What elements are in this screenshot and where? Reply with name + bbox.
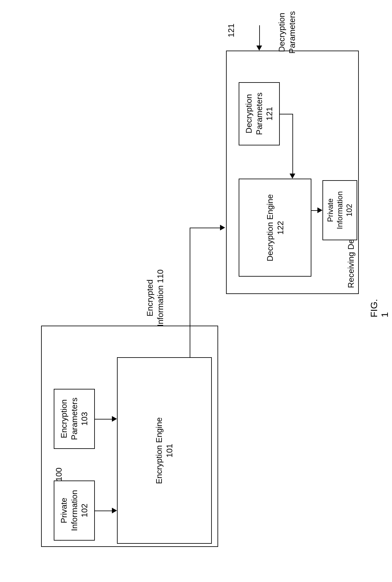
arrow-encrypted-info-h: [190, 228, 220, 228]
arrow-ep-to-engine: [95, 419, 112, 420]
arrow-dp-to-de-h: [280, 114, 292, 114]
arrow-de-to-pi-head: [317, 207, 322, 213]
decryption-params-box: Decryption Parameters 121: [239, 82, 280, 145]
arrow-ext-dec-params: [259, 25, 260, 46]
arrow-ep-to-engine-head: [112, 416, 117, 422]
encryption-engine-label: Encryption Engine 101: [154, 417, 175, 484]
external-dec-params-text: Decryption Parameters: [277, 11, 297, 53]
private-info-sending-label: Private Information 102: [59, 490, 90, 531]
encrypted-info-label: Encrypted Information 110: [145, 269, 165, 327]
decryption-engine-label: Decryption Engine 122: [265, 194, 285, 261]
external-dec-params-num: 121: [226, 24, 236, 37]
private-info-sending-box: Private Information 102: [54, 481, 95, 541]
encryption-engine-box: Encryption Engine 101: [117, 357, 212, 544]
arrow-pi-to-engine: [95, 511, 112, 511]
private-info-receiving-box: Private Information 102: [322, 180, 357, 240]
arrow-pi-to-engine-head: [112, 508, 117, 513]
arrow-dp-to-de-head: [290, 174, 295, 179]
arrow-encrypted-info-head: [220, 225, 225, 230]
arrow-de-to-pi: [311, 210, 317, 211]
arrow-dp-to-de-v: [292, 114, 293, 174]
diagram-canvas: Sending Device 100 Private Information 1…: [0, 0, 392, 582]
figure-label: FIG. 1: [369, 292, 390, 317]
decryption-engine-box: Decryption Engine 122: [239, 179, 311, 277]
private-info-receiving-label: Private Information 102: [326, 191, 354, 229]
arrow-encrypted-info: [190, 228, 190, 357]
encryption-params-box: Encryption Parameters 103: [54, 389, 95, 449]
arrow-ext-dec-params-head: [256, 46, 262, 51]
decryption-params-box-label: Decryption Parameters 121: [244, 93, 275, 135]
encryption-params-label: Encryption Parameters 103: [59, 398, 90, 440]
